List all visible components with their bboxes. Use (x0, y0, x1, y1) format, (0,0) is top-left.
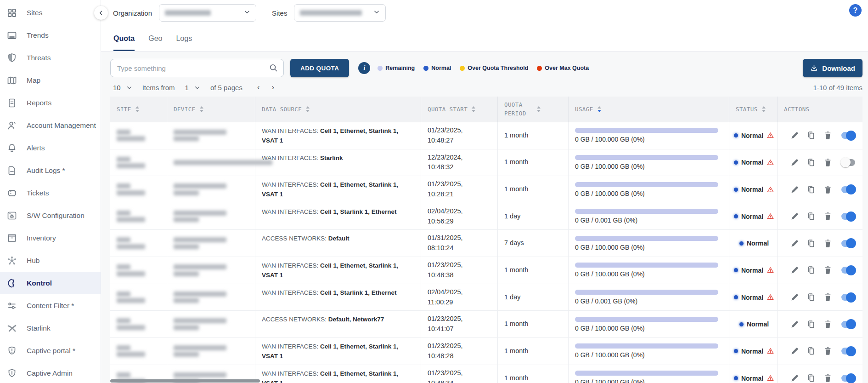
delete-button[interactable] (823, 131, 833, 140)
enable-toggle[interactable] (841, 375, 855, 382)
sort-arrows-icon[interactable] (762, 106, 766, 112)
duplicate-button[interactable] (806, 212, 816, 221)
edit-button[interactable] (790, 131, 800, 140)
previous-page-button[interactable]: ‹ (257, 83, 260, 92)
page-size-select[interactable]: 10 (110, 84, 135, 91)
duplicate-button[interactable] (806, 346, 816, 356)
edit-button[interactable] (790, 265, 800, 275)
duplicate-button[interactable] (806, 292, 816, 302)
sort-arrows-icon[interactable] (537, 106, 541, 112)
warning-icon (767, 374, 774, 382)
horizontal-scrollbar[interactable] (110, 379, 260, 383)
search-input[interactable] (110, 59, 284, 77)
column-header-label: QUOTA START (428, 106, 468, 113)
table-header-row: SITE DEVICE DATA SOURCE QUOTA START QUOT… (110, 97, 862, 122)
duplicate-button[interactable] (806, 185, 816, 194)
column-header[interactable]: QUOTA START (421, 97, 498, 122)
edit-button[interactable] (790, 346, 800, 356)
delete-button[interactable] (823, 346, 833, 356)
delete-button[interactable] (823, 373, 833, 383)
enable-toggle[interactable] (841, 159, 855, 166)
enable-toggle[interactable] (841, 294, 855, 301)
sort-arrows-icon[interactable] (135, 106, 139, 112)
enable-toggle[interactable] (841, 240, 855, 247)
column-header[interactable]: QUOTA PERIOD (498, 97, 569, 122)
column-header[interactable]: DEVICE (167, 97, 255, 122)
tab[interactable]: Geo (148, 26, 162, 51)
download-button[interactable]: Download (803, 59, 862, 77)
edit-button[interactable] (790, 373, 800, 383)
help-button[interactable]: ? (849, 4, 862, 17)
delete-button[interactable] (823, 158, 833, 167)
column-header[interactable]: DATA SOURCE (255, 97, 421, 122)
sites-select[interactable] (294, 4, 386, 22)
delete-button[interactable] (823, 265, 833, 275)
edit-button[interactable] (790, 239, 800, 248)
sort-arrows-icon[interactable] (472, 106, 475, 112)
sort-arrows-icon[interactable] (306, 106, 310, 112)
tab[interactable]: Quota (113, 26, 135, 51)
sidebar-item[interactable]: Starlink (0, 317, 101, 339)
data-source-type: WAN INTERFACES: (262, 289, 318, 296)
sidebar-item[interactable]: Reports (0, 91, 101, 114)
duplicate-button[interactable] (806, 373, 816, 383)
sidebar-item[interactable]: Threats (0, 46, 101, 69)
sidebar-item[interactable]: Account Management (0, 114, 101, 137)
organization-select[interactable] (159, 4, 256, 22)
sidebar-item-label: Hub (27, 257, 39, 265)
sidebar-collapse-button[interactable] (94, 6, 108, 20)
info-icon[interactable]: i (358, 62, 370, 74)
duplicate-button[interactable] (806, 239, 816, 248)
sort-arrows-icon[interactable] (597, 106, 601, 112)
page-select[interactable]: 1 (182, 84, 203, 91)
duplicate-button[interactable] (806, 158, 816, 167)
enable-toggle[interactable] (841, 321, 855, 328)
sidebar-item[interactable]: Trends (0, 24, 101, 46)
sidebar-item[interactable]: Alerts (0, 137, 101, 159)
sidebar-item[interactable]: Tickets (0, 182, 101, 204)
column-header[interactable]: SITE (110, 97, 167, 122)
duplicate-button[interactable] (806, 265, 816, 275)
column-header[interactable]: ACTIONS (778, 97, 862, 122)
duplicate-button[interactable] (806, 320, 816, 329)
sidebar-item[interactable]: Captive Admin (0, 362, 101, 383)
add-quota-button[interactable]: ADD QUOTA (290, 59, 349, 77)
data-source-type: WAN INTERFACES: (262, 181, 318, 188)
column-header[interactable]: USAGE (569, 97, 729, 122)
sidebar-item[interactable]: Hub (0, 249, 101, 272)
edit-button[interactable] (790, 292, 800, 302)
pages-count-label: of 5 pages (210, 84, 242, 91)
delete-button[interactable] (823, 292, 833, 302)
tab[interactable]: Logs (176, 26, 192, 51)
enable-toggle[interactable] (841, 132, 855, 139)
sort-arrows-icon[interactable] (200, 106, 203, 112)
delete-button[interactable] (823, 239, 833, 248)
sidebar-item[interactable]: Map (0, 69, 101, 91)
sidebar-item[interactable]: Content Filter * (0, 294, 101, 317)
edit-button[interactable] (790, 185, 800, 194)
enable-toggle[interactable] (841, 267, 855, 274)
sidebar-item[interactable]: Sites (0, 1, 101, 24)
column-header[interactable]: STATUS (729, 97, 778, 122)
sidebar-item[interactable]: Inventory (0, 227, 101, 249)
delete-button[interactable] (823, 185, 833, 194)
enable-toggle[interactable] (841, 186, 855, 193)
next-page-button[interactable]: › (272, 83, 275, 92)
edit-button[interactable] (790, 158, 800, 167)
site-cell (110, 149, 167, 176)
usage-legend: Remaining Normal Over Quota Threshold Ov… (378, 65, 589, 71)
status-cell: Normal (729, 203, 778, 230)
sidebar-item[interactable]: Audit Logs * (0, 159, 101, 182)
sidebar-item[interactable]: S/W Configuration (0, 204, 101, 227)
quota-start-date: 02/04/2025, (428, 206, 493, 217)
enable-toggle[interactable] (841, 348, 855, 354)
sidebar-item[interactable]: Kontrol (0, 272, 101, 294)
enable-toggle[interactable] (841, 213, 855, 220)
edit-button[interactable] (790, 212, 800, 221)
trash-icon (823, 265, 833, 275)
duplicate-button[interactable] (806, 131, 816, 140)
delete-button[interactable] (823, 320, 833, 329)
edit-button[interactable] (790, 320, 800, 329)
sidebar-item[interactable]: Captive portal * (0, 339, 101, 362)
delete-button[interactable] (823, 212, 833, 221)
